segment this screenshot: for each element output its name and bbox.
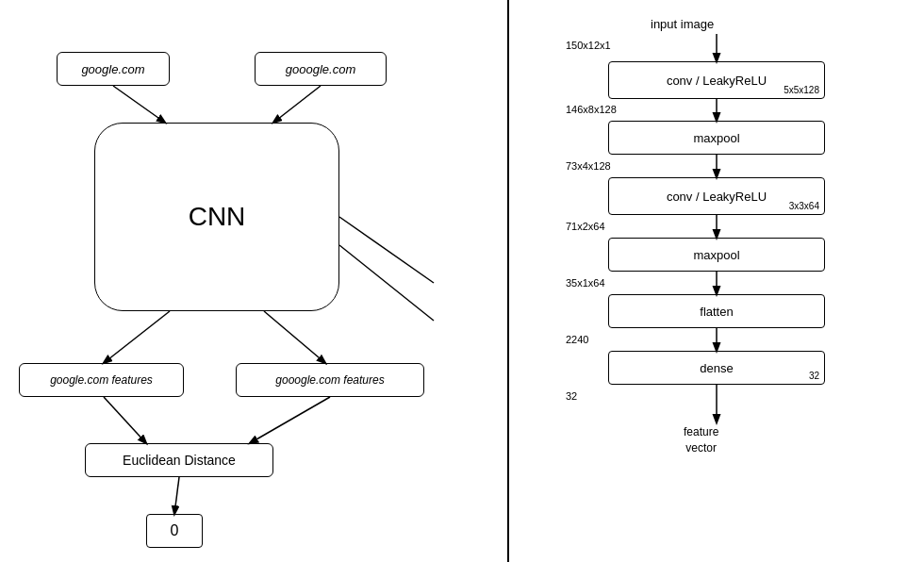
dim-32: 32 [566, 390, 577, 402]
feature-vector-label: featurevector [684, 424, 718, 456]
svg-line-6 [104, 397, 146, 443]
dim-73x4x128: 73x4x128 [566, 160, 611, 172]
conv1-box: conv / LeakyReLU 5x5x128 [608, 61, 825, 99]
right-diagram: input image 150x12x1 conv / LeakyReLU 5x… [509, 0, 924, 562]
dim-71x2x64: 71x2x64 [566, 221, 605, 232]
dim-146x8x128: 146x8x128 [566, 104, 617, 115]
svg-line-0 [113, 86, 165, 123]
feature-gooogle: gooogle.com features [236, 363, 424, 397]
maxpool1-box: maxpool [608, 121, 825, 155]
input-google: google.com [57, 52, 170, 86]
dim-2240: 2240 [566, 334, 588, 345]
feature-google: google.com features [19, 363, 184, 397]
flatten-box: flatten [608, 294, 825, 328]
input-gooogle: gooogle.com [255, 52, 387, 86]
result-box: 0 [146, 514, 203, 548]
left-diagram: google.com gooogle.com CNN google.com fe… [0, 0, 509, 562]
dim-35x1x64: 35x1x64 [566, 277, 605, 289]
svg-line-7 [250, 397, 330, 443]
svg-line-4 [339, 217, 434, 283]
dim-150x12x1: 150x12x1 [566, 40, 611, 51]
maxpool2-box: maxpool [608, 238, 825, 272]
svg-line-8 [174, 477, 179, 514]
svg-line-2 [104, 311, 170, 363]
svg-line-3 [264, 311, 325, 363]
right-diagram-inner: input image 150x12x1 conv / LeakyReLU 5x… [528, 9, 905, 553]
dense-box: dense 32 [608, 351, 825, 385]
conv2-box: conv / LeakyReLU 3x3x64 [608, 177, 825, 215]
main-container: google.com gooogle.com CNN google.com fe… [0, 0, 924, 562]
cnn-box: CNN [94, 123, 339, 311]
svg-line-5 [339, 245, 434, 321]
euclidean-box: Euclidean Distance [85, 443, 273, 477]
svg-line-1 [273, 86, 321, 123]
input-image-label: input image [651, 17, 714, 31]
